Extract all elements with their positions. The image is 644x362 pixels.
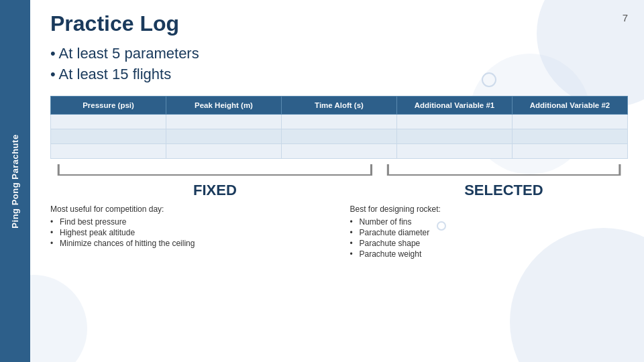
sidebar: Ping Pong Parachute bbox=[0, 0, 30, 362]
cell bbox=[51, 143, 166, 158]
col-additional-1: Additional Variable #1 bbox=[397, 96, 513, 114]
list-item: Number of fins bbox=[350, 217, 629, 227]
fixed-bracket-svg bbox=[50, 163, 380, 178]
col-time-aloft: Time Aloft (s) bbox=[282, 96, 397, 114]
col-pressure: Pressure (psi) bbox=[51, 96, 166, 114]
col-additional-2: Additional Variable #2 bbox=[513, 96, 628, 114]
bottom-left: Most useful for competition day: Find be… bbox=[50, 204, 339, 259]
cell bbox=[166, 129, 282, 143]
bracket-labels-row: FIXED SELECTED bbox=[50, 182, 628, 199]
bottom-right-list: Number of fins Parachute diameter Parach… bbox=[350, 217, 629, 259]
bottom-section: Most useful for competition day: Find be… bbox=[50, 204, 628, 259]
data-table: Pressure (psi) Peak Height (m) Time Alof… bbox=[50, 96, 628, 159]
fixed-label: FIXED bbox=[193, 182, 237, 198]
cell bbox=[397, 114, 513, 129]
main-content: Practice Log • At least 5 parameters • A… bbox=[37, 0, 644, 362]
page-number: 7 bbox=[623, 12, 628, 23]
bracket-svg-row bbox=[50, 163, 628, 180]
bullets-section: • At least 5 parameters • At least 15 fl… bbox=[50, 44, 628, 85]
cell bbox=[282, 129, 397, 143]
cell bbox=[513, 129, 628, 143]
bottom-left-list: Find best pressure Highest peak altitude… bbox=[50, 217, 329, 249]
cell bbox=[282, 114, 397, 129]
cell bbox=[513, 114, 628, 129]
selected-label-wrap: SELECTED bbox=[380, 182, 628, 199]
list-item: Highest peak altitude bbox=[50, 227, 329, 238]
sidebar-label: Ping Pong Parachute bbox=[10, 134, 20, 228]
cell bbox=[397, 129, 513, 143]
cell bbox=[166, 143, 282, 158]
bottom-right: Best for designing rocket: Number of fin… bbox=[339, 204, 629, 259]
cell bbox=[166, 114, 282, 129]
bullet-1: • At least 5 parameters bbox=[50, 44, 628, 64]
cell bbox=[51, 114, 166, 129]
selected-bracket-svg bbox=[380, 163, 628, 178]
list-item: Find best pressure bbox=[50, 217, 329, 227]
table-row bbox=[51, 143, 628, 158]
bottom-left-title: Most useful for competition day: bbox=[50, 204, 329, 214]
bullet-2: • At least 15 flights bbox=[50, 64, 628, 85]
table-header-row: Pressure (psi) Peak Height (m) Time Alof… bbox=[51, 96, 628, 114]
selected-bracket-area bbox=[380, 163, 628, 180]
col-peak-height: Peak Height (m) bbox=[166, 96, 282, 114]
selected-label: SELECTED bbox=[464, 182, 543, 198]
fixed-bracket-area bbox=[50, 163, 380, 180]
cell bbox=[513, 143, 628, 158]
list-item: Minimize chances of hitting the ceiling bbox=[50, 238, 329, 249]
table-row bbox=[51, 114, 628, 129]
fixed-label-wrap: FIXED bbox=[50, 182, 380, 199]
table-row bbox=[51, 129, 628, 143]
list-item: Parachute weight bbox=[350, 249, 629, 259]
list-item: Parachute diameter bbox=[350, 227, 629, 238]
list-item: Parachute shape bbox=[350, 238, 629, 249]
cell bbox=[397, 143, 513, 158]
cell bbox=[282, 143, 397, 158]
bottom-right-title: Best for designing rocket: bbox=[350, 204, 629, 214]
cell bbox=[51, 129, 166, 143]
data-table-section: Pressure (psi) Peak Height (m) Time Alof… bbox=[50, 96, 628, 159]
page-title: Practice Log bbox=[50, 12, 628, 36]
